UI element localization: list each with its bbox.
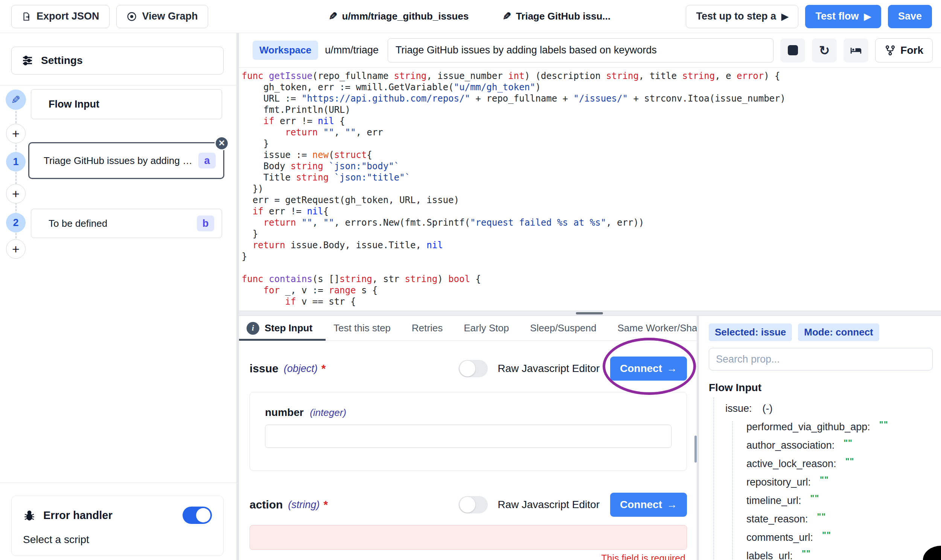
stop-button[interactable] — [780, 38, 805, 62]
code-line: return issue.Body, issue.Title, nil — [242, 240, 941, 251]
toggle-knob — [460, 497, 475, 512]
view-graph-button[interactable]: View Graph — [116, 5, 208, 28]
tab-same-worker-shared-dir[interactable]: Same Worker/Shared dir — [618, 322, 699, 334]
arrow-right-icon: → — [666, 363, 677, 375]
required-asterisk: * — [323, 498, 328, 511]
empty-string-value: "" — [820, 475, 829, 485]
tab-retries[interactable]: Retries — [412, 322, 443, 334]
refresh-button[interactable]: ↻ — [812, 38, 837, 62]
add-step-button-1[interactable]: + — [6, 124, 26, 143]
test-up-to-step-button[interactable]: Test up to step a ▶ — [686, 5, 798, 28]
test-flow-label: Test flow — [815, 11, 859, 22]
scrollbar-thumb[interactable] — [694, 435, 697, 463]
field-name: action — [250, 498, 283, 511]
active-tab-underline — [239, 339, 325, 341]
raw-js-label: Raw Javascript Editor — [498, 363, 600, 375]
issue-object-card: number (integer) — [250, 392, 687, 471]
step-1-card-selected[interactable]: Triage GitHub issues by adding labels ..… — [28, 142, 224, 179]
header-right-actions: Test up to step a ▶ Test flow ▶ Save — [686, 5, 932, 28]
tree-prop-repository-url[interactable]: repository_url:"" — [747, 477, 937, 488]
bed-icon — [850, 44, 862, 57]
step-2-card[interactable]: To be defined b — [31, 209, 222, 238]
field-type: (object) — [284, 363, 318, 375]
field-type: (string) — [288, 499, 319, 511]
code-line: } — [242, 251, 941, 262]
settings-button[interactable]: Settings — [11, 47, 224, 74]
code-line: Title string `json:"title"` — [242, 172, 941, 183]
tree-prop-performed-via-github-app[interactable]: performed_via_github_app:"" — [747, 421, 937, 433]
flow-input-node-icon[interactable]: ✎ — [6, 89, 26, 110]
top-header: Export JSON View Graph ✎ u/mm/triage_git… — [0, 0, 941, 33]
raw-js-toggle-action[interactable] — [458, 496, 488, 513]
flow-path-item[interactable]: ✎ u/mm/triage_github_issues — [329, 10, 469, 23]
sidebar-footer: Error handler Select a script — [0, 483, 236, 560]
horizontal-splitter[interactable] — [239, 311, 941, 316]
tree-node-issue[interactable]: issue: (-) — [725, 397, 937, 414]
empty-string-value: "" — [817, 512, 826, 522]
empty-string-value: "" — [844, 438, 853, 448]
tree-prop-author-association[interactable]: author_association:"" — [747, 440, 937, 451]
code-line: err = getRequest(gh_token, URL, issue) — [242, 194, 941, 206]
action-input-invalid[interactable] — [250, 525, 687, 550]
step-1-close-icon[interactable]: ✕ — [214, 136, 229, 151]
field-row-action: action (string) * Raw Javascript Editor … — [239, 493, 697, 517]
tree-prop-labels-url[interactable]: labels_url:"" — [747, 550, 937, 560]
empty-string-value: "" — [802, 549, 811, 559]
raw-js-toggle-issue[interactable] — [458, 360, 488, 377]
step-1-label: Triage GitHub issues by adding labels ..… — [44, 155, 198, 167]
connect-button-issue[interactable]: Connect → — [610, 357, 687, 381]
info-icon: i — [247, 322, 259, 335]
flow-input-node[interactable]: Flow Input — [31, 89, 222, 119]
error-handler-toggle[interactable] — [182, 506, 212, 524]
required-error-message: This field is required — [239, 553, 685, 560]
main-panel: Workspace u/mm/triage ↻ Fork — [239, 33, 941, 560]
code-editor[interactable]: func getIssue(repo_fullname string, issu… — [239, 68, 941, 311]
code-content: func getIssue(repo_fullname string, issu… — [239, 68, 941, 307]
flow-title-item[interactable]: ✎ Triage GitHub issu... — [503, 10, 611, 23]
fork-label: Fork — [900, 45, 923, 56]
search-prop-input[interactable] — [709, 348, 933, 371]
fork-icon — [884, 45, 896, 56]
test-flow-button[interactable]: Test flow ▶ — [805, 5, 881, 28]
tree-key: issue: — [725, 403, 752, 414]
save-button[interactable]: Save — [888, 5, 932, 28]
tree-prop-state-reason[interactable]: state_reason:"" — [747, 513, 937, 525]
code-line: URL := "https://api.github.com/repos/" +… — [242, 93, 941, 104]
tree-prop-timeline-url[interactable]: timeline_url:"" — [747, 495, 937, 506]
tree-root-label: Flow Input — [709, 382, 937, 394]
script-path[interactable]: u/mm/triage — [325, 45, 379, 56]
sliders-icon — [22, 55, 34, 66]
required-asterisk: * — [321, 362, 326, 375]
workspace-badge: Workspace — [253, 41, 318, 60]
tree-prop-active-lock-reason[interactable]: active_lock_reason:"" — [747, 458, 937, 470]
sleep-button[interactable] — [844, 38, 868, 62]
toggle-knob — [196, 508, 210, 522]
connect-button-action[interactable]: Connect → — [610, 493, 687, 517]
tab-step-input[interactable]: iStep Input — [247, 322, 312, 335]
export-json-button[interactable]: Export JSON — [11, 5, 110, 28]
tab-sleep-suspend[interactable]: Sleep/Suspend — [530, 322, 596, 334]
code-line: Body string `json:"body"` — [242, 161, 941, 172]
step-2-label: To be defined — [49, 218, 197, 229]
flow-graph: ✎ Flow Input + 1 Triage GitHub issues by… — [0, 85, 236, 483]
code-line: gh_token, err := wmill.GetVariable("u/mm… — [242, 82, 941, 93]
bug-icon — [23, 509, 36, 522]
refresh-icon: ↻ — [819, 44, 830, 57]
flow-input-label: Flow Input — [49, 98, 99, 110]
tree-prop-comments-url[interactable]: comments_url:"" — [747, 532, 937, 543]
tab-early-stop[interactable]: Early Stop — [464, 322, 509, 334]
error-handler-subtitle[interactable]: Select a script — [23, 534, 212, 546]
code-line: issue := new(struct{ — [242, 149, 941, 161]
add-step-button-2[interactable]: + — [6, 184, 26, 203]
number-input[interactable] — [265, 425, 671, 448]
empty-string-value: "" — [810, 494, 819, 504]
edit-pencil-icon: ✎ — [503, 10, 511, 23]
splitter-handle[interactable] — [576, 312, 603, 314]
code-line: } — [242, 228, 941, 240]
save-label: Save — [898, 11, 922, 22]
summary-input[interactable] — [388, 38, 774, 62]
add-step-button-3[interactable]: + — [6, 239, 26, 259]
fork-button[interactable]: Fork — [875, 38, 933, 62]
empty-string-value: "" — [879, 420, 888, 430]
tab-test-this-step[interactable]: Test this step — [333, 322, 391, 334]
